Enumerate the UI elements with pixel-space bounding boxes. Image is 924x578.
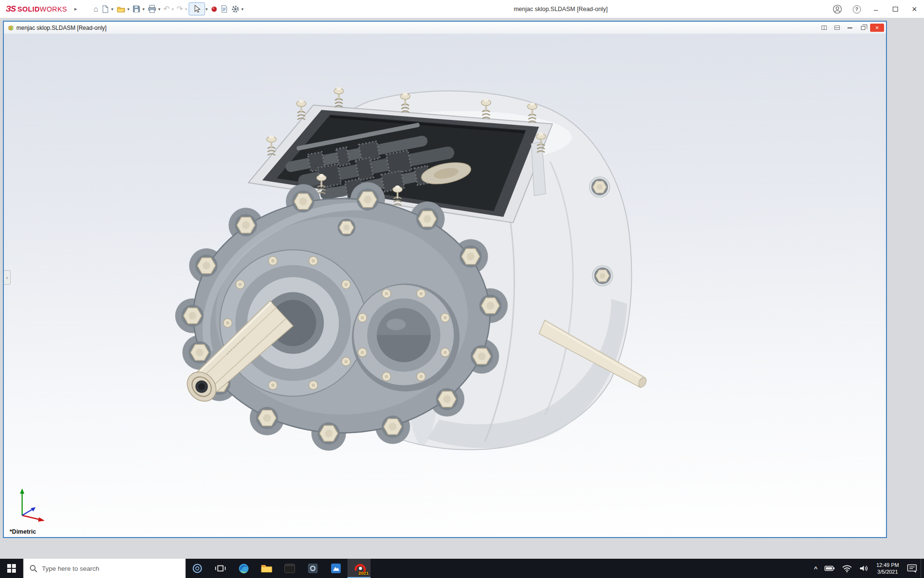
account-button[interactable] (828, 0, 847, 18)
view-orientation-label: *Dimetric (10, 528, 36, 535)
doc-close-button[interactable]: × (870, 24, 884, 32)
redo-button[interactable]: ↷ (175, 2, 184, 16)
edge-icon (238, 563, 250, 575)
taskbar-file-explorer-button[interactable] (255, 559, 278, 578)
battery-icon (824, 565, 835, 572)
doc-minimize-icon (847, 27, 852, 28)
doc-restore-button[interactable] (857, 24, 869, 32)
hidden-icons-button[interactable]: ^ (810, 559, 821, 578)
document-titlebar[interactable]: menjac sklop.SLDASM [Read-only] × (4, 22, 886, 34)
undo-button[interactable]: ↶ (162, 2, 171, 16)
minimize-button[interactable]: – (866, 0, 886, 18)
redo-icon: ↷ (177, 5, 183, 13)
document-window-controls: × (818, 24, 884, 32)
bearing-cover[interactable] (352, 283, 460, 391)
task-view-icon (214, 562, 227, 575)
network-button[interactable] (838, 559, 856, 578)
tile-window-button[interactable] (818, 24, 830, 32)
cortana-button[interactable] (186, 559, 209, 578)
macro-button[interactable] (209, 2, 219, 16)
taskbar-solidworks-button[interactable]: 2021 (347, 559, 371, 578)
minimize-icon: – (874, 5, 878, 13)
document-title: menjac sklop.SLDASM [Read-only] (16, 25, 106, 31)
doc-close-icon: × (875, 25, 879, 31)
cortana-icon (192, 563, 203, 574)
search-placeholder: Type here to search (42, 565, 99, 572)
document-window: menjac sklop.SLDASM [Read-only] × (3, 21, 887, 538)
clock-time: 12:49 PM (876, 562, 899, 568)
options-button[interactable] (230, 2, 241, 16)
quick-access-toolbar: ⌂ ▾ ▾ ▾ (92, 0, 245, 18)
taskbar-app-terminal-button[interactable] (278, 559, 301, 578)
gearbox-model[interactable] (4, 34, 886, 537)
close-icon: × (912, 4, 917, 14)
options-dropdown-arrow[interactable]: ▾ (242, 7, 244, 12)
print-button[interactable] (146, 2, 158, 16)
taskbar-app-3-button[interactable] (324, 559, 347, 578)
save-dropdown-arrow[interactable]: ▾ (142, 7, 145, 12)
menu-expand-arrow[interactable]: ▸ (72, 6, 79, 12)
search-icon (29, 565, 38, 573)
close-button[interactable]: × (905, 0, 924, 18)
ds-logo-icon: ЗS (6, 4, 15, 14)
undo-icon: ↶ (163, 5, 169, 13)
select-dropdown-arrow[interactable]: ▾ (205, 7, 208, 12)
options-gear-icon (231, 5, 240, 13)
taskbar-edge-button[interactable] (232, 559, 255, 578)
wifi-icon (842, 565, 852, 572)
app-titlebar: ЗS SOLID WORKS ▸ ⌂ ▾ ▾ (0, 0, 924, 18)
action-center-button[interactable] (903, 559, 921, 578)
taskbar-search[interactable]: Type here to search (23, 559, 186, 578)
tile-horizontal-icon (834, 26, 840, 30)
maximize-button[interactable] (886, 0, 905, 18)
app-3-icon (330, 563, 342, 574)
app-title: menjac sklop.SLDASM [Read-only] (513, 0, 607, 18)
terminal-app-icon (284, 563, 295, 574)
battery-button[interactable] (821, 559, 838, 578)
save-icon (132, 5, 141, 13)
brand-solid-text: SOLID (17, 5, 39, 13)
home-icon: ⌂ (93, 5, 98, 13)
save-button[interactable] (131, 2, 142, 16)
panel-collapse-icon: ‹ (6, 275, 8, 280)
taskbar: Type here to search (0, 559, 924, 578)
action-center-icon (907, 564, 917, 573)
task-view-button[interactable] (209, 559, 232, 578)
mdi-client-area: menjac sklop.SLDASM [Read-only] × (0, 18, 924, 559)
window-controls: ? – × (828, 0, 924, 18)
account-icon (833, 4, 842, 14)
open-dropdown-arrow[interactable]: ▾ (128, 7, 130, 12)
new-document-button[interactable] (100, 2, 111, 16)
help-icon: ? (853, 5, 861, 13)
cascade-window-button[interactable] (831, 24, 843, 32)
select-tool-button[interactable] (189, 2, 205, 15)
volume-button[interactable] (856, 559, 872, 578)
show-desktop-button[interactable] (921, 559, 924, 578)
app-2-icon (307, 563, 319, 574)
print-dropdown-arrow[interactable]: ▾ (158, 7, 161, 12)
taskbar-app-2-button[interactable] (301, 559, 324, 578)
file-properties-icon (220, 5, 228, 13)
start-button[interactable] (0, 559, 23, 578)
assembly-icon (7, 25, 14, 31)
solidworks-logo: ЗS SOLID WORKS (6, 4, 67, 14)
doc-minimize-button[interactable] (844, 24, 856, 32)
redo-dropdown-arrow[interactable]: ▾ (185, 7, 188, 12)
volume-icon (859, 565, 869, 572)
clock-date: 3/5/2021 (877, 568, 898, 575)
undo-dropdown-arrow[interactable]: ▾ (172, 7, 174, 12)
windows-logo-icon (7, 564, 16, 573)
file-properties-button[interactable] (219, 2, 230, 16)
new-document-icon (101, 5, 109, 13)
new-dropdown-arrow[interactable]: ▾ (111, 7, 114, 12)
panel-collapse-tab[interactable]: ‹ (4, 270, 11, 285)
print-icon (148, 5, 156, 13)
open-button[interactable] (115, 2, 127, 16)
brand-works-text: WORKS (40, 5, 67, 13)
home-button[interactable]: ⌂ (92, 2, 100, 16)
help-button[interactable]: ? (847, 0, 866, 18)
taskbar-clock[interactable]: 12:49 PM 3/5/2021 (872, 559, 903, 578)
graphics-viewport[interactable]: ‹ *Dimetric (4, 34, 886, 537)
file-explorer-icon (260, 563, 273, 574)
orientation-triad (14, 484, 53, 525)
